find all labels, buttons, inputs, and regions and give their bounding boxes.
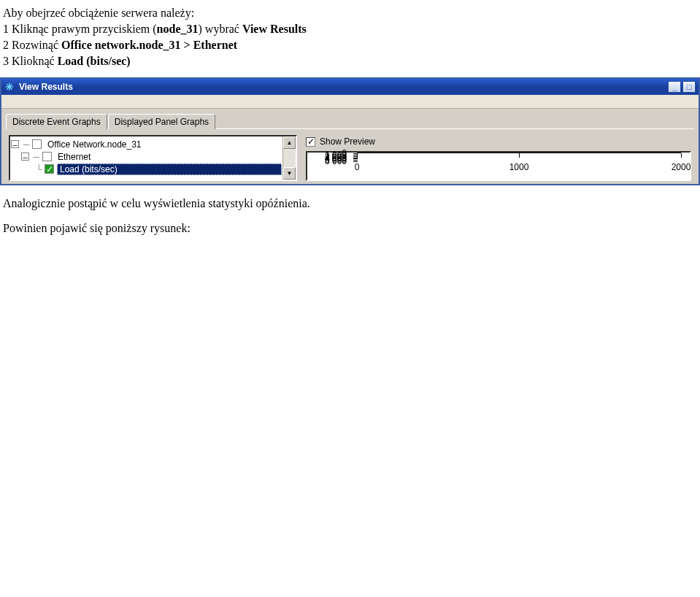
- doc-step3: 3 Klioknąć Load (bits/sec): [3, 54, 697, 69]
- tree-checkbox[interactable]: [42, 152, 52, 161]
- tree-connector-icon: ─: [20, 139, 32, 150]
- scroll-down-button[interactable]: ▼: [283, 167, 296, 180]
- tree-leaf-label: Load (bits/sec): [57, 163, 282, 175]
- preview-panel: ✓ Show Preview 01 0002 0003 0004 0005 00…: [306, 135, 691, 181]
- tree-child-label: Ethernet: [55, 152, 93, 162]
- chart-xtick-label: 2000: [672, 162, 691, 172]
- menubar: [1, 95, 699, 109]
- tree-connector-icon: ─: [31, 152, 42, 162]
- chart-ytick-label: 6 000: [312, 156, 347, 166]
- show-preview-label: Show Preview: [320, 136, 375, 147]
- tree-root-row[interactable]: – ─ Office Network.node_31: [11, 138, 282, 150]
- scroll-up-button[interactable]: ▲: [283, 136, 296, 149]
- app-icon: ✳: [4, 82, 15, 92]
- tree-scrollbar[interactable]: ▲ ▼: [282, 136, 296, 180]
- tab-discrete-event-graphs[interactable]: Discrete Event Graphs: [6, 114, 107, 129]
- tree-leaf-row[interactable]: └ ✓ Load (bits/sec): [11, 163, 282, 175]
- show-preview-checkbox[interactable]: ✓ Show Preview: [306, 135, 691, 148]
- tab-pane: – ─ Office Network.node_31 – ─ Ethernet: [6, 128, 694, 184]
- doc-intro: Aby obejrzeć obciążenie serwera należy:: [3, 6, 697, 20]
- doc-outro1: Analogicznie postąpić w celu wyświetleni…: [3, 197, 697, 210]
- minimize-button[interactable]: _: [668, 81, 681, 93]
- maximize-button[interactable]: □: [682, 81, 696, 93]
- view-results-window: ✳ View Results _ □ Discrete Event Graphs…: [0, 77, 700, 185]
- tree-root-label: Office Network.node_31: [45, 139, 145, 150]
- tabs-row: Discrete Event Graphs Displayed Panel Gr…: [1, 109, 699, 128]
- window-title: View Results: [19, 82, 73, 92]
- tree-list[interactable]: – ─ Office Network.node_31 – ─ Ethernet: [10, 136, 282, 180]
- tree-panel: – ─ Office Network.node_31 – ─ Ethernet: [9, 135, 297, 181]
- checkbox-icon[interactable]: ✓: [306, 137, 315, 147]
- doc-step1: 1 Kliknąc prawym przyciskiem (node_31) w…: [3, 22, 697, 36]
- tree-connector-icon: └: [33, 164, 45, 174]
- tree-checkbox[interactable]: [32, 139, 42, 149]
- preview-chart: 01 0002 0003 0004 0005 0006 000010002000: [306, 151, 691, 181]
- chart-xtick-label: 1000: [509, 162, 529, 172]
- chart-xtick-label: 0: [355, 162, 360, 172]
- tree-checkbox-checked[interactable]: ✓: [45, 164, 54, 174]
- tree-box: – ─ Office Network.node_31 – ─ Ethernet: [9, 135, 297, 181]
- expand-icon[interactable]: –: [11, 140, 19, 148]
- tab-displayed-panel-graphs[interactable]: Displayed Panel Graphs: [108, 114, 215, 129]
- doc-outro2: Powinien pojawić się poniższy rysunek:: [3, 222, 697, 235]
- doc-step2: 2 Rozwinąć Office network.node_31 > Ethe…: [3, 38, 697, 53]
- titlebar[interactable]: ✳ View Results _ □: [1, 79, 699, 95]
- tree-child-row[interactable]: – ─ Ethernet: [11, 150, 282, 163]
- expand-icon[interactable]: –: [21, 153, 29, 161]
